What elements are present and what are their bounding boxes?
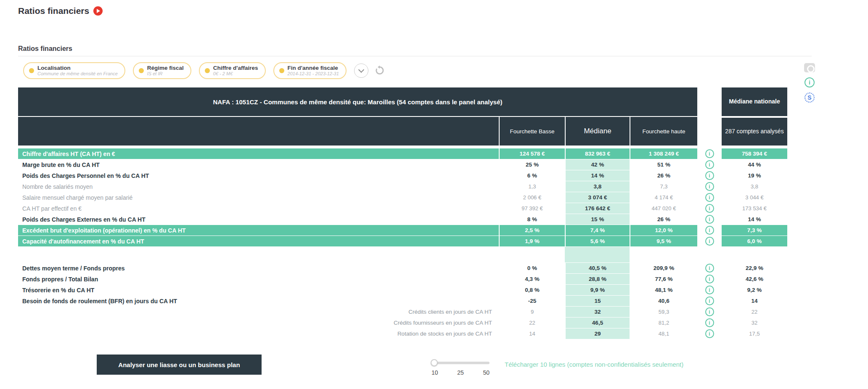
filter-chip-chiffre-affaires[interactable]: Chiffre d'affaires0€ - 2 M€ [199, 62, 266, 79]
row-info-cell: i [697, 225, 722, 236]
row-value-high: 40,6 [630, 296, 697, 306]
info-icon[interactable]: i [705, 149, 714, 158]
panel-action-icons: i S [804, 63, 815, 103]
expand-filters-button[interactable] [354, 64, 368, 78]
camera-icon[interactable] [804, 63, 815, 72]
row-value-high: 9,5 % [630, 236, 697, 246]
row-label: Crédits clients en jours de CA HT [18, 307, 499, 317]
chip-dot-icon [279, 68, 284, 73]
info-icon[interactable]: i [705, 182, 714, 191]
row-label: Capacité d'autofinancement en % du CA HT [18, 236, 499, 246]
info-icon[interactable]: i [804, 77, 815, 87]
info-icon[interactable]: i [705, 296, 714, 305]
header-gap [697, 117, 722, 146]
s-badge-icon[interactable]: S [804, 93, 815, 103]
row-value-median: 5,6 % [565, 236, 630, 246]
row-info-cell: i [697, 148, 722, 159]
row-value-national: 9,2 % [722, 285, 787, 295]
filter-chip-fin-annee-fiscale[interactable]: Fin d'année fiscale2014-12-31 - 2023-12-… [273, 62, 347, 79]
info-icon[interactable]: i [705, 307, 714, 316]
row-info-cell: i [697, 170, 722, 181]
download-link[interactable]: Télécharger 10 lignes (comptes non-confi… [505, 361, 683, 368]
chip-label: Fin d'année fiscale [288, 65, 339, 71]
row-value-low: 22 [499, 318, 565, 328]
row-value-median: 29 [565, 328, 630, 339]
row-info-cell: i [697, 181, 722, 192]
row-value-low: 1,9 % [499, 236, 565, 246]
row-label: Nombre de salariés moyen [18, 181, 499, 192]
row-value-low: 1,3 [499, 181, 565, 192]
filter-chip-localisation[interactable]: LocalisationCommune de même densité en F… [23, 62, 125, 79]
row-value-median: 3 074 € [565, 192, 630, 203]
row-value-high: 26 % [630, 170, 697, 181]
info-icon[interactable]: i [705, 237, 714, 246]
play-icon[interactable] [93, 6, 103, 16]
row-value-national: 3,8 [722, 181, 787, 192]
info-icon[interactable]: i [705, 171, 714, 180]
row-spacer [697, 247, 722, 262]
row-label: Salaire mensuel chargé moyen par salarié [18, 192, 499, 203]
row-value-median: 832 963 € [565, 148, 630, 159]
row-value-low: 8 % [499, 214, 565, 225]
row-spacer [565, 247, 630, 262]
row-value-median: 15 [565, 296, 630, 306]
slider-track[interactable] [431, 362, 490, 364]
chip-label: Localisation [37, 65, 118, 71]
row-value-low: 25 % [499, 159, 565, 170]
row-value-high: 7,3 [630, 181, 697, 192]
row-value-high: 447 020 € [630, 203, 697, 214]
row-value-high: 48,1 [630, 328, 697, 339]
row-label: Dettes moyen terme / Fonds propres [18, 263, 499, 273]
row-value-median: 176 642 € [565, 203, 630, 214]
row-label: Fonds propres / Total Bilan [18, 274, 499, 284]
row-label: Trésorerie en % du CA HT [18, 285, 499, 295]
info-icon[interactable]: i [705, 160, 714, 169]
slider-tick-10[interactable]: 10 [431, 369, 438, 376]
chip-value: 0€ - 2 M€ [213, 71, 258, 77]
row-info-cell: i [697, 318, 722, 328]
reset-icon [374, 65, 385, 76]
chip-value: Commune de même densité en France [37, 71, 118, 77]
chip-value: 2014-12-31 - 2023-12-31 [288, 71, 339, 77]
row-value-high: 81,2 [630, 318, 697, 328]
info-icon[interactable]: i [705, 286, 714, 294]
row-value-national: 42,6 % [722, 274, 787, 284]
row-value-national: 22,9 % [722, 263, 787, 273]
filter-chip-regime-fiscal[interactable]: Régime fiscalIS et IR [133, 62, 191, 79]
row-value-low: -25 [499, 296, 565, 306]
column-header-high: Fourchette haute [630, 117, 697, 146]
row-label: CA HT par effectif en € [18, 203, 499, 214]
slider-thumb[interactable] [431, 359, 438, 366]
row-value-low: 97 392 € [499, 203, 565, 214]
row-value-national: 44 % [722, 159, 787, 170]
info-icon[interactable]: i [705, 264, 714, 273]
analyze-liasse-button[interactable]: Analyser une liasse ou un business plan [97, 355, 262, 375]
row-spacer [18, 247, 499, 262]
slider-tick-25[interactable]: 25 [457, 369, 464, 376]
row-info-cell: i [697, 236, 722, 246]
reset-filters-button[interactable] [374, 65, 385, 77]
info-icon[interactable]: i [705, 215, 714, 224]
panel-header: NAFA : 1051CZ - Communes de même densité… [18, 87, 697, 116]
row-label: Marge brute en % du CA HT [18, 159, 499, 170]
row-value-high: 48,1 % [630, 285, 697, 295]
row-value-high: 59,3 [630, 307, 697, 317]
row-value-low: 2,5 % [499, 225, 565, 236]
info-icon[interactable]: i [705, 226, 714, 235]
chip-label: Chiffre d'affaires [213, 65, 258, 71]
info-icon[interactable]: i [705, 318, 714, 327]
info-icon[interactable]: i [705, 275, 714, 283]
info-icon[interactable]: i [705, 329, 714, 338]
row-value-high: 1 308 249 € [630, 148, 697, 159]
info-icon[interactable]: i [705, 204, 714, 213]
header-gap [697, 87, 722, 116]
row-value-national: 6,0 % [722, 236, 787, 246]
row-value-low: 4,3 % [499, 274, 565, 284]
row-value-national: 14 [722, 296, 787, 306]
row-value-low: 6 % [499, 170, 565, 181]
slider-tick-50[interactable]: 50 [483, 369, 490, 376]
page-title: Ratios financiers [18, 6, 103, 16]
row-value-low: 14 [499, 328, 565, 339]
info-icon[interactable]: i [705, 193, 714, 202]
row-value-low: 124 578 € [499, 148, 565, 159]
